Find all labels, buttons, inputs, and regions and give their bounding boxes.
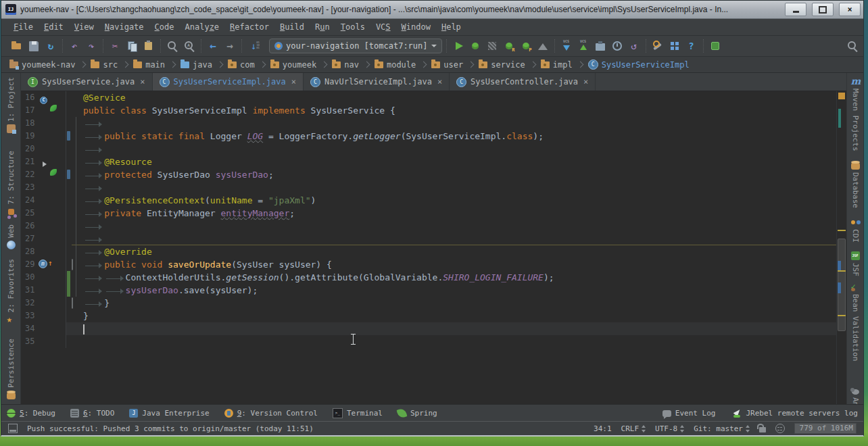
undo-icon[interactable]	[68, 39, 81, 53]
vcs-update-icon[interactable]	[560, 39, 573, 53]
sort-icon[interactable]	[247, 39, 260, 53]
profile-icon[interactable]	[536, 39, 550, 53]
tool-window-toggle-icon[interactable]	[8, 424, 18, 433]
menu-item-run[interactable]: Run	[310, 21, 335, 33]
menu-item-view[interactable]: View	[69, 21, 99, 33]
menu-item-refactor[interactable]: Refactor	[224, 21, 274, 33]
package-icon	[228, 61, 237, 68]
menu-item-window[interactable]: Window	[396, 21, 436, 33]
menu-item-navigate[interactable]: Navigate	[99, 21, 149, 33]
menu-item-tools[interactable]: Tools	[335, 21, 370, 33]
rollback-icon[interactable]	[627, 39, 641, 53]
breadcrumb-item-com[interactable]: com	[226, 60, 256, 70]
tool-window-button-event-log[interactable]: Event Log	[662, 409, 716, 418]
breadcrumb-item-sysuserserviceimpl[interactable]: SysUserServiceImpl	[587, 59, 691, 70]
install-plugin-icon[interactable]	[708, 39, 722, 53]
breadcrumb-item-youmeek-nav[interactable]: youmeek-nav	[8, 60, 76, 70]
tool-window-button-7-structure[interactable]: 7: Structure	[7, 151, 16, 216]
breadcrumb-item-nav[interactable]: nav	[331, 60, 360, 70]
shelve-icon[interactable]	[594, 39, 607, 53]
open-icon[interactable]	[10, 39, 24, 53]
tab-navurlserviceimpl-java[interactable]: CNavUrlServiceImpl.java×	[304, 73, 450, 91]
breadcrumb-item-youmeek[interactable]: youmeek	[269, 60, 318, 70]
forward-icon[interactable]	[223, 39, 237, 53]
memory-indicator[interactable]: 779 of 1016M	[794, 423, 857, 434]
tool-window-button-9-version-control[interactable]: 9: Version Control	[224, 409, 318, 418]
analysis-status-icon[interactable]	[838, 93, 845, 99]
back-icon[interactable]	[206, 39, 220, 53]
tool-window-button-maven-projects[interactable]: Maven Projects	[851, 77, 860, 151]
jrebel-run-icon[interactable]	[502, 39, 516, 53]
menu-item-build[interactable]: Build	[274, 21, 310, 33]
save-icon[interactable]	[27, 39, 41, 53]
encoding-selector[interactable]: UTF-8	[655, 424, 684, 433]
breadcrumb-item-user[interactable]: user	[430, 60, 464, 70]
tool-window-button-jsf[interactable]: JSF	[851, 251, 860, 276]
close-button[interactable]: ×	[839, 3, 861, 16]
find-icon[interactable]	[166, 39, 179, 53]
unlock-icon[interactable]	[759, 427, 766, 432]
breadcrumb-item-module[interactable]: module	[373, 60, 417, 70]
tool-window-button-web[interactable]: Web	[7, 224, 16, 249]
debug-icon[interactable]	[468, 39, 482, 53]
close-tab-icon[interactable]: ×	[583, 77, 588, 86]
run-configuration-combo[interactable]: your-navigation [tomcat7:run]	[269, 39, 442, 53]
tool-window-button-persistence[interactable]: Persistence	[7, 339, 16, 399]
breadcrumb-item-service[interactable]: service	[477, 60, 527, 70]
git-branch-selector[interactable]: Git: master	[694, 424, 750, 433]
package-icon	[431, 61, 440, 68]
tool-window-button-terminal[interactable]: Terminal	[333, 408, 383, 418]
tab-sysusercontroller-java[interactable]: CSysUserController.java×	[450, 73, 596, 91]
close-tab-icon[interactable]: ×	[291, 77, 296, 86]
cut-icon[interactable]	[108, 39, 122, 53]
close-tab-icon[interactable]: ×	[140, 77, 145, 86]
menu-item-code[interactable]: Code	[149, 21, 180, 33]
tool-window-button-cdi[interactable]: CDI	[851, 218, 860, 243]
error-stripe-scrollbar[interactable]	[836, 91, 846, 404]
jrebel-debug-icon[interactable]	[519, 39, 533, 53]
replace-icon[interactable]	[183, 39, 196, 53]
editor-lines[interactable]: 16@Service17public class SysUserServiceI…	[21, 91, 836, 404]
tool-window-button-jrebel-remote-servers-log[interactable]: JRebel remote servers log	[733, 409, 858, 418]
breadcrumb-item-java[interactable]: java	[179, 60, 214, 70]
vcs-commit-icon[interactable]	[577, 39, 590, 53]
tool-window-button-java-enterprise[interactable]: Java Enterprise	[129, 409, 209, 418]
menu-item-file[interactable]: File	[8, 21, 39, 33]
highlighting-level-icon[interactable]	[775, 424, 785, 433]
settings-icon[interactable]	[651, 39, 665, 53]
tool-window-button-6-todo[interactable]: 6: TODO	[70, 409, 114, 418]
redo-icon[interactable]	[85, 39, 98, 53]
menu-item-analyze[interactable]: Analyze	[180, 21, 225, 33]
menu-item-edit[interactable]: Edit	[39, 21, 69, 33]
tool-window-button-1-project[interactable]: 1: Project	[7, 77, 16, 133]
menu-item-vcs[interactable]: VCS	[370, 21, 396, 33]
history-icon[interactable]	[610, 39, 624, 53]
copy-icon[interactable]	[125, 39, 139, 53]
tool-window-button-5-debug[interactable]: 5: Debug	[7, 409, 55, 418]
structure-icon[interactable]	[668, 39, 681, 53]
sync-icon[interactable]	[44, 39, 57, 53]
tool-window-button-database[interactable]: Database	[851, 161, 860, 208]
search-icon[interactable]	[846, 39, 859, 53]
line-separator-selector[interactable]: CRLF	[621, 424, 646, 433]
coverage-icon[interactable]	[485, 39, 499, 53]
run-icon[interactable]	[452, 39, 465, 53]
tab-sysuserservice-java[interactable]: ISysUserService.java×	[21, 73, 153, 91]
code-editor[interactable]: 16@Service17public class SysUserServiceI…	[21, 91, 846, 404]
tool-window-button-2-favorites[interactable]: 2: Favorites	[7, 259, 16, 324]
help-icon[interactable]	[685, 39, 698, 53]
close-tab-icon[interactable]: ×	[437, 77, 442, 86]
fold-end-icon[interactable]	[72, 297, 73, 309]
maximize-button[interactable]	[812, 3, 834, 16]
tool-window-button-bean-validation[interactable]: Bean Validation	[851, 282, 860, 361]
tab-sysuserserviceimpl-java[interactable]: CSysUserServiceImpl.java×	[153, 73, 304, 91]
tool-window-button-spring[interactable]: Spring	[397, 409, 437, 418]
fold-start-icon[interactable]	[72, 259, 73, 270]
breadcrumb-item-impl[interactable]: impl	[539, 60, 574, 70]
breadcrumb-item-main[interactable]: main	[132, 60, 166, 70]
menu-item-help[interactable]: Help	[436, 21, 466, 33]
breadcrumb-item-src[interactable]: src	[89, 60, 119, 70]
caret-position[interactable]: 34:1	[594, 424, 612, 433]
paste-icon[interactable]	[142, 39, 155, 53]
minimize-button[interactable]	[785, 3, 806, 16]
